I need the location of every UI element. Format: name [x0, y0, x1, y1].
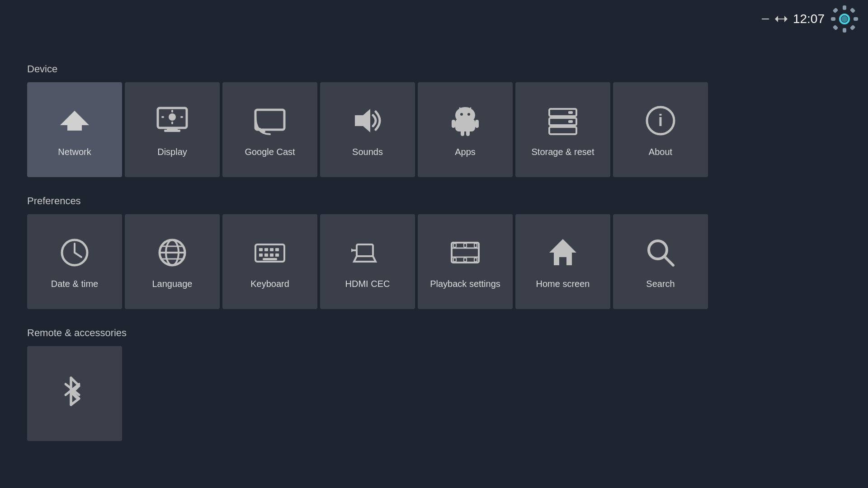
svg-marker-61	[354, 256, 376, 262]
tile-language[interactable]: Language	[125, 214, 220, 309]
svg-rect-21	[161, 116, 164, 118]
svg-rect-67	[453, 244, 456, 247]
hdmi-cec-label: HDMI CEC	[345, 279, 390, 289]
clock-display: 12:07	[793, 12, 825, 26]
home-icon	[545, 235, 581, 271]
svg-rect-37	[549, 127, 576, 134]
tile-bluetooth[interactable]	[27, 346, 122, 441]
search-label: Search	[646, 279, 675, 289]
svg-rect-55	[259, 253, 263, 257]
device-grid: Network Displ	[27, 82, 868, 177]
svg-marker-1	[775, 16, 778, 22]
svg-line-75	[665, 257, 673, 265]
svg-rect-33	[461, 130, 464, 136]
status-icons	[760, 14, 788, 24]
cast-icon	[252, 103, 288, 139]
svg-rect-58	[275, 253, 279, 257]
svg-rect-23	[255, 110, 284, 130]
tile-search[interactable]: Search	[613, 214, 708, 309]
svg-rect-12	[850, 25, 856, 31]
svg-rect-52	[264, 248, 268, 251]
svg-rect-11	[833, 25, 839, 31]
svg-rect-38	[568, 111, 573, 114]
google-cast-label: Google Cast	[245, 147, 295, 157]
tile-apps[interactable]: Apps	[418, 82, 513, 177]
svg-rect-69	[474, 244, 477, 247]
tile-about[interactable]: i About	[613, 82, 708, 177]
svg-rect-68	[453, 258, 456, 262]
playback-settings-label: Playback settings	[430, 279, 500, 289]
svg-marker-24	[355, 109, 370, 132]
svg-rect-51	[259, 248, 263, 251]
tile-keyboard[interactable]: Keyboard	[222, 214, 317, 309]
tile-network[interactable]: Network	[27, 82, 122, 177]
svg-rect-39	[568, 120, 573, 123]
minus-icon	[760, 14, 770, 24]
film-icon	[447, 235, 483, 271]
svg-rect-19	[171, 110, 173, 113]
tile-home-screen[interactable]: Home screen	[515, 214, 610, 309]
svg-rect-5	[843, 5, 846, 10]
section-label-remote: Remote & accessories	[27, 327, 868, 339]
bluetooth-icon	[57, 371, 93, 408]
tile-storage-reset[interactable]: Storage & reset	[515, 82, 610, 177]
svg-rect-7	[831, 17, 835, 21]
tile-hdmi-cec[interactable]: HDMI CEC	[320, 214, 415, 309]
top-bar: 12:07	[751, 0, 868, 38]
preferences-grid: Date & time Language	[27, 214, 868, 309]
svg-point-18	[169, 113, 176, 121]
section-label-device: Device	[27, 63, 868, 75]
svg-rect-20	[171, 122, 173, 124]
storage-icon	[545, 103, 581, 139]
about-icon: i	[642, 103, 679, 139]
arrows-icon	[775, 14, 788, 24]
svg-rect-72	[464, 258, 467, 262]
section-preferences: Preferences Date & time	[27, 195, 868, 309]
svg-rect-53	[270, 248, 274, 251]
svg-rect-32	[475, 120, 479, 128]
about-label: About	[649, 147, 672, 157]
svg-marker-73	[549, 239, 576, 265]
tile-google-cast[interactable]: Google Cast	[222, 82, 317, 177]
svg-rect-3	[778, 19, 784, 19]
svg-marker-2	[784, 16, 788, 22]
svg-rect-56	[264, 253, 268, 257]
tile-sounds[interactable]: Sounds	[320, 82, 415, 177]
svg-rect-71	[464, 244, 467, 247]
svg-rect-0	[762, 19, 769, 19]
clock-icon	[57, 235, 93, 271]
date-time-label: Date & time	[51, 279, 98, 289]
svg-rect-26	[455, 119, 475, 131]
svg-rect-8	[854, 17, 858, 21]
svg-rect-60	[357, 244, 373, 256]
svg-rect-34	[466, 130, 470, 136]
display-icon	[154, 103, 190, 139]
svg-rect-17	[164, 130, 180, 132]
settings-gear-icon[interactable]	[830, 5, 859, 33]
svg-rect-54	[275, 248, 279, 251]
svg-rect-57	[270, 253, 274, 257]
search-icon	[642, 235, 679, 271]
remote-grid	[27, 346, 868, 441]
section-label-preferences: Preferences	[27, 195, 868, 207]
svg-rect-6	[843, 28, 846, 33]
tile-date-time[interactable]: Date & time	[27, 214, 122, 309]
section-remote-accessories: Remote & accessories	[27, 327, 868, 441]
svg-rect-9	[833, 8, 839, 14]
globe-icon	[154, 235, 190, 271]
network-icon	[57, 103, 93, 139]
keyboard-icon	[252, 235, 288, 271]
tile-playback-settings[interactable]: Playback settings	[418, 214, 513, 309]
language-label: Language	[152, 279, 193, 289]
svg-text:i: i	[658, 111, 663, 130]
main-content: Device Network	[27, 63, 868, 459]
section-device: Device Network	[27, 63, 868, 177]
hdmi-icon	[349, 235, 386, 271]
sounds-icon	[349, 103, 386, 139]
svg-point-13	[841, 16, 848, 22]
storage-reset-label: Storage & reset	[532, 147, 594, 157]
svg-point-28	[467, 113, 470, 116]
tile-display[interactable]: Display	[125, 82, 220, 177]
svg-line-44	[75, 253, 81, 257]
svg-line-77	[71, 399, 79, 405]
